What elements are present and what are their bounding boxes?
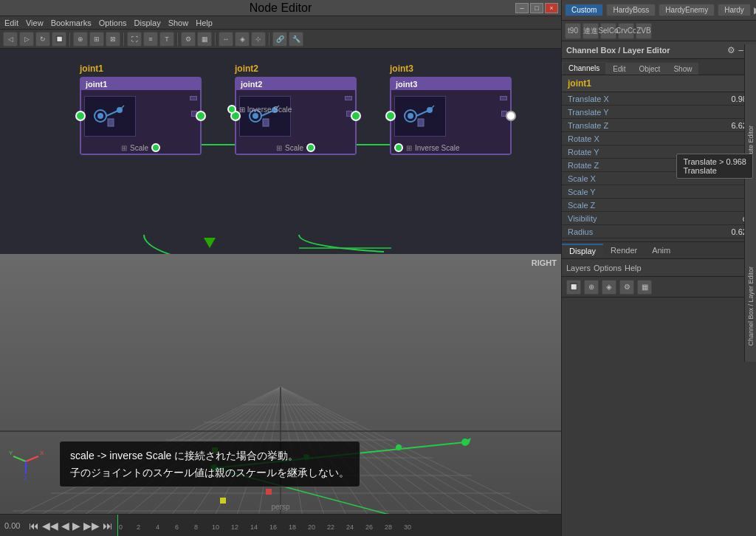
tb-btn-17[interactable]: 🔧	[289, 32, 303, 47]
attr-name-translate-z[interactable]: Translate Z	[562, 121, 697, 130]
tb-btn-9[interactable]: ≡	[143, 32, 158, 47]
dra-tab-anim[interactable]: Anim	[645, 244, 678, 256]
rp-icon-t90[interactable]: t90	[565, 23, 581, 39]
node-joint1-port-left[interactable]	[75, 111, 86, 121]
playback-start[interactable]: ⏮	[29, 520, 39, 532]
attr-row-rotate-y[interactable]: Rotate Y 0	[562, 145, 756, 159]
dra-tab-render[interactable]: Render	[603, 244, 645, 256]
attr-name-translate-x[interactable]: Translate X	[562, 95, 697, 103]
tb-btn-3[interactable]: ↻	[35, 32, 50, 47]
menu-display[interactable]: Display	[134, 18, 161, 27]
dra-menu-layers[interactable]: Layers	[566, 264, 591, 272]
minimize-button[interactable]: –	[515, 3, 529, 13]
node-joint3-port-left[interactable]	[385, 111, 396, 121]
ch-tab-object[interactable]: Object	[633, 63, 667, 75]
menu-bookmarks[interactable]: Bookmarks	[51, 18, 92, 27]
rp-icon-zvb[interactable]: ZVB	[636, 23, 652, 39]
attr-name-scale-y[interactable]: Scale Y	[562, 188, 697, 196]
dra-icon-2[interactable]: ⊕	[584, 280, 599, 295]
attr-name-scale-x[interactable]: Scale X	[562, 174, 697, 183]
playback-prev-frame[interactable]: ◀◀	[42, 520, 58, 532]
attr-row-translate-z[interactable]: Translate Z 6.625	[562, 119, 756, 132]
tb-btn-1[interactable]: ◁	[3, 32, 18, 47]
attr-row-translate-x[interactable]: Translate X 0.988	[562, 92, 756, 106]
tb-btn-7[interactable]: ⊠	[106, 32, 120, 47]
tb-btn-12[interactable]: ▦	[197, 32, 212, 47]
node-joint1-port-right[interactable]	[196, 111, 206, 121]
playback-controls[interactable]: ⏮ ◀◀ ◀ ▶ ▶▶ ⏭	[24, 520, 117, 532]
tb-btn-14[interactable]: ◈	[235, 32, 250, 47]
attr-row-rotate-x[interactable]: Rotate X 0	[562, 132, 756, 145]
playback-play[interactable]: ▶	[72, 520, 80, 532]
attr-name-radius[interactable]: Radius	[562, 227, 697, 236]
attr-row-scale-z[interactable]: Scale Z 5	[562, 199, 756, 212]
attr-row-scale-y[interactable]: Scale Y 5	[562, 185, 756, 199]
dra-icon-5[interactable]: ▦	[637, 280, 652, 295]
maximize-button[interactable]: □	[530, 3, 543, 13]
playback-end[interactable]: ⏭	[103, 520, 113, 532]
attr-name-rotate-z[interactable]: Rotate Z	[562, 161, 697, 170]
tb-btn-13[interactable]: ↔	[219, 32, 233, 47]
svg-line-21	[26, 456, 38, 461]
tb-btn-4[interactable]: 🔲	[52, 32, 66, 47]
tb-btn-11[interactable]: ⚙	[181, 32, 196, 47]
attr-row-rotate-z[interactable]: Rotate Z 0	[562, 159, 756, 172]
attr-row-translate-y[interactable]: Translate Y 0	[562, 106, 756, 119]
tb-btn-10[interactable]: T	[159, 32, 174, 47]
node-joint3-inverse-port[interactable]	[394, 143, 403, 152]
3d-viewport[interactable]: RIGHT X Y Z scale -> inverse Scale に接続され…	[0, 254, 561, 517]
ch-tab-edit[interactable]: Edit	[606, 63, 632, 75]
menu-show[interactable]: Show	[168, 18, 189, 27]
node-joint1-scale-port[interactable]	[151, 143, 160, 152]
attr-row-visibility[interactable]: Visibility on	[562, 212, 756, 225]
attribute-editor-tab[interactable]: Attribute Editor	[744, 44, 756, 251]
attr-name-rotate-x[interactable]: Rotate X	[562, 134, 697, 143]
tb-btn-15[interactable]: ⊹	[251, 32, 266, 47]
tb-btn-2[interactable]: ▷	[19, 32, 34, 47]
attr-name-rotate-y[interactable]: Rotate Y	[562, 148, 697, 157]
attr-name-visibility[interactable]: Visibility	[562, 214, 697, 223]
rp-icon-lian[interactable]: 連進	[583, 23, 599, 39]
menu-edit[interactable]: Edit	[4, 18, 18, 27]
playback-step-back[interactable]: ◀	[61, 520, 69, 532]
node-joint3-port-right[interactable]	[506, 111, 516, 121]
rp-tab-hardyboss[interactable]: HardyBoss	[606, 4, 656, 16]
dra-icon-4[interactable]: ⚙	[619, 280, 634, 295]
menu-view[interactable]: View	[26, 18, 44, 27]
attr-name-translate-y[interactable]: Translate Y	[562, 108, 697, 117]
tb-btn-6[interactable]: ⊞	[89, 32, 104, 47]
menu-help[interactable]: Help	[196, 18, 213, 27]
cb-settings[interactable]: ⚙	[727, 45, 735, 55]
attr-editor-label[interactable]: Attribute Editor	[747, 126, 755, 170]
tb-btn-16[interactable]: 🔗	[272, 32, 287, 47]
rp-tab-hardyenemy[interactable]: HardyEnemy	[659, 4, 715, 16]
dra-menu-options[interactable]: Options	[594, 264, 622, 272]
dra-icon-3[interactable]: ◈	[602, 280, 616, 295]
inverse-scale-port-2[interactable]	[227, 105, 236, 114]
rp-icon-crvcc[interactable]: CrvCc	[618, 23, 634, 39]
rp-tab-custom[interactable]: Custom	[565, 4, 603, 16]
dra-tab-display[interactable]: Display	[562, 244, 603, 257]
rp-tab-hardy[interactable]: Hardy	[718, 4, 751, 16]
cb-minimize[interactable]: –	[738, 45, 743, 55]
close-button[interactable]: ×	[545, 3, 558, 13]
window-controls[interactable]: – □ ×	[515, 3, 558, 13]
timeline-ruler[interactable]: 0 2 4 6 8 10 12 14 16 18 20 22 24 26 28 …	[117, 515, 561, 536]
channel-box-tab[interactable]: Channel Box / Layer Editor	[744, 251, 756, 362]
dra-menu-help[interactable]: Help	[625, 264, 642, 272]
tb-btn-8[interactable]: ⛶	[127, 32, 142, 47]
ch-tab-show[interactable]: Show	[667, 63, 698, 75]
channel-box-tab-label[interactable]: Channel Box / Layer Editor	[747, 267, 755, 346]
playback-step-fwd[interactable]: ▶▶	[83, 520, 100, 532]
dra-icon-1[interactable]: 🔲	[566, 280, 581, 295]
attr-row-scale-x[interactable]: Scale X 5	[562, 172, 756, 185]
node-joint2-scale-port[interactable]	[306, 143, 315, 152]
menu-options[interactable]: Options	[99, 18, 127, 27]
node-joint2-port-right[interactable]	[351, 111, 361, 121]
node-editor-canvas[interactable]: joint1 joint1	[0, 49, 561, 254]
attr-row-radius[interactable]: Radius 0.627	[562, 225, 756, 238]
ch-tab-channels[interactable]: Channels	[562, 62, 606, 75]
tb-btn-5[interactable]: ⊕	[73, 32, 88, 47]
rp-icon-selco[interactable]: SelCo	[600, 23, 616, 39]
attr-name-scale-z[interactable]: Scale Z	[562, 201, 697, 210]
